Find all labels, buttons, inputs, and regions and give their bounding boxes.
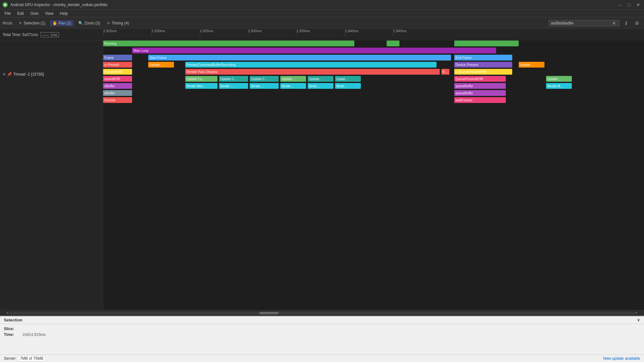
- trace-segment[interactable]: Update Cu...: [185, 76, 217, 82]
- thread-label: ✕ 📌 Thread -2 [15785]: [0, 41, 103, 108]
- trace-segment[interactable]: queueBuffer: [454, 83, 506, 89]
- scale-value: 1ms: [51, 33, 57, 37]
- trace-segment[interactable]: e::Present: [103, 62, 132, 68]
- time-tick: 2,915ms: [103, 29, 117, 36]
- mode-selection-label: Selection (1): [24, 21, 45, 25]
- selection-body: Slice: Time: 2s914.915ms: [0, 324, 644, 341]
- menu-goto[interactable]: Goto: [27, 11, 42, 16]
- mode-zoom-label: Zoom (3): [84, 21, 100, 25]
- menu-view[interactable]: View: [42, 11, 57, 16]
- search-clear-button[interactable]: ✕: [612, 21, 616, 25]
- minimize-button[interactable]: –: [617, 2, 623, 8]
- selection-icon: ↖: [19, 21, 22, 25]
- maximize-button[interactable]: □: [626, 2, 632, 8]
- thread-label-col: ✕ 📌 Thread -2 [15785]: [0, 41, 103, 310]
- trace-segment[interactable]: vkQueuePresentKHR: [454, 69, 512, 75]
- search-input[interactable]: [551, 21, 612, 25]
- toolbar: Mode: ↖ Selection (1) ✋ Pan (2) 🔍 Zoom (…: [0, 17, 644, 29]
- menu-bar: File Edit Goto View Help: [0, 10, 644, 17]
- trace-segment[interactable]: Iterate ...: [219, 83, 248, 89]
- time-value: 2s914.915ms: [23, 332, 46, 337]
- time-ruler: 2,915ms2,920ms2,925ms2,930ms2,935ms2,940…: [103, 29, 644, 41]
- settings-button[interactable]: ⚙: [632, 19, 641, 28]
- trace-segment[interactable]: Start Frame: [148, 55, 451, 60]
- menu-edit[interactable]: Edit: [14, 11, 27, 16]
- info-button[interactable]: ℹ: [621, 19, 630, 28]
- trace-segment[interactable]: Iterate ...: [280, 83, 306, 89]
- trace-segment[interactable]: Device::Present: [454, 62, 512, 68]
- trace-segment[interactable]: [454, 41, 519, 46]
- trace-segment[interactable]: Iterate M...: [546, 83, 572, 89]
- trace-segment[interactable]: QueuePresentKHR: [454, 76, 506, 82]
- app-icon: [3, 2, 8, 7]
- selection-collapse-button[interactable]: ∨: [637, 318, 640, 322]
- search-box: ✕: [549, 20, 620, 26]
- trace-segment[interactable]: Render Pass Shadow: [185, 69, 440, 75]
- thread-pin-button[interactable]: 📌: [7, 72, 12, 77]
- trace-segment[interactable]: Forever: [103, 97, 132, 103]
- trace-segment[interactable]: resentKHR: [103, 76, 132, 82]
- mode-zoom-button[interactable]: 🔍 Zoom (3): [76, 20, 103, 26]
- selection-header: Selection ∨: [0, 316, 644, 324]
- pan-icon: ✋: [53, 21, 57, 25]
- mode-timing-button[interactable]: ⊢ Timing (4): [105, 20, 132, 26]
- trace-segment[interactable]: Updat...: [335, 76, 361, 82]
- trace-segment[interactable]: Update ...: [519, 62, 544, 68]
- trace-segment[interactable]: Iterate ...: [250, 83, 279, 89]
- slice-row: Slice:: [4, 327, 640, 331]
- trace-segment[interactable]: eBuffer: [103, 83, 132, 89]
- scroll-left-arrow[interactable]: <: [6, 311, 8, 315]
- thread-close-button[interactable]: ✕: [3, 72, 6, 77]
- mode-pan-button[interactable]: ✋ Pan (2): [50, 20, 74, 26]
- trace-segment[interactable]: Update ...: [280, 76, 306, 82]
- scale-bar: —— 1ms: [41, 32, 59, 37]
- trace-segment[interactable]: PrimaryCommandBufferRecording: [185, 62, 437, 68]
- trace-segment[interactable]: eBuffer: [103, 90, 132, 96]
- menu-file[interactable]: File: [1, 11, 14, 16]
- scale-dash: ——: [42, 33, 49, 37]
- trace-segment[interactable]: queueBuffer: [454, 90, 506, 96]
- trace-lanes[interactable]: RunningMain LoopFrameStart FrameEnd Fram…: [103, 41, 644, 310]
- horizontal-scrollbar[interactable]: < >: [0, 310, 644, 316]
- mode-timing-label: Timing (4): [112, 21, 129, 25]
- trace-segment[interactable]: [387, 41, 399, 46]
- bottom-panel: Selection ∨ Slice: Time: 2s914.915ms: [0, 316, 644, 354]
- trace-segment[interactable]: PresentKHR: [103, 69, 132, 75]
- mode-pan-label: Pan (2): [59, 21, 71, 25]
- trace-segment[interactable]: Update C...: [250, 76, 279, 82]
- trace-segment[interactable]: Iterat...: [308, 83, 333, 89]
- trace-segment[interactable]: Update C...: [219, 76, 248, 82]
- zoom-icon: 🔍: [78, 21, 83, 25]
- slice-label: Slice:: [4, 327, 20, 331]
- trace-segment[interactable]: R...: [441, 69, 449, 75]
- status-bar: Server: 7MB of 75MB New update available: [0, 354, 644, 362]
- time-tick: 2,925ms: [200, 29, 213, 36]
- mode-selection-button[interactable]: ↖ Selection (1): [16, 20, 48, 26]
- time-tick: 2,930ms: [248, 29, 262, 36]
- trace-segment[interactable]: Update...: [308, 76, 333, 82]
- thread-name: Thread -2 [15785]: [13, 72, 44, 77]
- trace-segment[interactable]: Frame: [103, 55, 132, 60]
- trace-segment[interactable]: Update ...: [546, 76, 572, 82]
- trace-segment[interactable]: Running: [103, 41, 354, 46]
- update-notice-link[interactable]: New update available: [603, 356, 640, 361]
- close-button[interactable]: ✕: [635, 2, 641, 8]
- trace-segment[interactable]: End Frame: [454, 55, 512, 60]
- scrollbar-thumb[interactable]: [259, 312, 279, 314]
- trace-segment[interactable]: Iterat...: [335, 83, 361, 89]
- title-bar: Android GPU Inspector - chonky_bender_vu…: [0, 0, 644, 10]
- menu-help[interactable]: Help: [57, 11, 71, 16]
- mode-label: Mode:: [3, 21, 13, 25]
- trace-segment[interactable]: Iterate Mes...: [185, 83, 217, 89]
- trace-segment[interactable]: Update ...: [148, 62, 174, 68]
- trace-segment[interactable]: waitForever: [454, 97, 506, 103]
- time-tick: 2,945ms: [393, 29, 407, 36]
- scroll-right-arrow[interactable]: >: [636, 311, 638, 315]
- total-time-label: Total Time: 5s071ms: [3, 32, 38, 37]
- scrollbar-track[interactable]: [8, 312, 636, 314]
- trace-segment[interactable]: Main Loop: [132, 48, 496, 53]
- total-time-area: Total Time: 5s071ms —— 1ms: [0, 32, 103, 37]
- server-info: Server: 7MB of 75MB: [4, 356, 45, 361]
- timing-icon: ⊢: [107, 21, 111, 25]
- trace-scroll-area[interactable]: ✕ 📌 Thread -2 [15785] RunningMain LoopFr…: [0, 41, 644, 310]
